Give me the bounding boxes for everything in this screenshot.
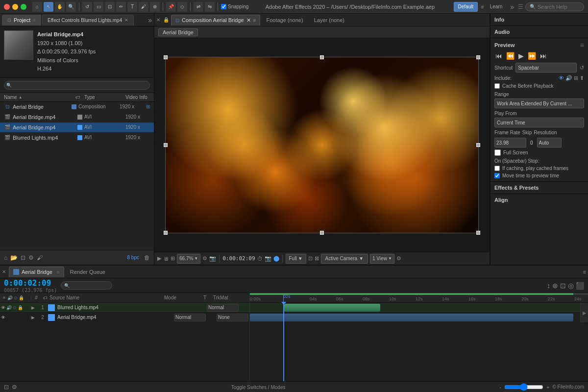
skip-to-start-button[interactable]: ⏮ (494, 52, 503, 60)
expand-icon[interactable]: ▶ (31, 315, 37, 320)
tab-timeline-comp[interactable]: Aerial Bridge ≡ (9, 267, 64, 277)
tl-zoom-out-icon[interactable]: - (499, 384, 501, 390)
close-button[interactable] (4, 4, 10, 10)
frame-forward-button[interactable]: ⏩ (527, 52, 537, 60)
audio-button[interactable]: 🔊 (6, 305, 12, 310)
breadcrumb-item[interactable]: Aerial Bridge (158, 28, 198, 36)
project-search-input[interactable] (4, 81, 150, 90)
handle-mid-bottom[interactable] (320, 231, 324, 235)
tl-compose-icon[interactable]: ⊡ (4, 384, 9, 391)
pin-tool-icon[interactable]: 📌 (166, 2, 176, 12)
lock-button[interactable]: 🔒 (18, 305, 23, 310)
clip-1[interactable] (284, 304, 380, 312)
cache-frames-checkbox[interactable] (494, 166, 500, 171)
shape-tool-icon[interactable]: ▭ (94, 2, 103, 12)
color-picker-icon[interactable]: ⬤ (273, 255, 279, 262)
camera-rotate-icon[interactable]: ↺ (82, 2, 92, 12)
motion-blur-icon[interactable]: ⊠ (315, 255, 319, 262)
col-label-icon[interactable]: 🏷 (75, 95, 80, 100)
project-menu-icon[interactable]: ≡ (33, 18, 36, 23)
zoom-button[interactable]: 66.7% ▼ (177, 254, 200, 264)
list-item[interactable]: 🎬 Aerial Bridge.mp4 AVI 1920 x (0, 122, 154, 133)
resolution-select[interactable]: Auto (537, 138, 562, 147)
layer-mode-select[interactable]: Normal (174, 314, 206, 321)
select-tool-icon[interactable]: ↖ (44, 2, 53, 12)
grid-icon[interactable]: ⊞ (171, 255, 175, 262)
puppet-tool-icon[interactable]: ⊕ (150, 2, 160, 12)
shortcut-select[interactable]: Spacebar (515, 63, 577, 73)
preview-title[interactable]: Audio Preview ≡ (494, 41, 584, 49)
panel-expand-icon[interactable]: » (148, 16, 152, 24)
active-camera-button[interactable]: Active Camera ▼ (321, 254, 368, 264)
skip-to-end-button[interactable]: ⏭ (539, 52, 548, 60)
solo-button[interactable]: ⊙ (13, 305, 17, 310)
expand-icon[interactable]: ▶ (31, 305, 37, 310)
handle-bottom-left[interactable] (164, 231, 168, 235)
close-icon[interactable]: ✕ (124, 18, 128, 23)
timeline-zoom-slider[interactable] (504, 385, 543, 389)
list-item[interactable]: 🎬 Blurred Lights.mp4 AVI 1920 x (0, 133, 154, 143)
panel-menu-icon[interactable]: ☰ (518, 3, 523, 10)
audio-title[interactable]: Audio (494, 29, 584, 35)
timeline-search-input[interactable] (70, 283, 109, 288)
fullscreen-checkbox[interactable] (494, 149, 501, 156)
handle-top-right[interactable] (476, 55, 480, 59)
flow-icon[interactable]: ⇌ (194, 2, 203, 12)
list-item[interactable]: 🎬 Aerial Bridge.mp4 AVI 1920 x (0, 112, 154, 122)
tl-settings-icon[interactable]: ⚙ (12, 384, 17, 391)
framerate-select[interactable]: 23.98 (494, 138, 526, 147)
minimize-button[interactable] (12, 4, 18, 10)
close-icon[interactable]: ✕ (246, 17, 251, 24)
pen-tool-icon[interactable]: ✏ (116, 2, 126, 12)
range-select[interactable]: Work Area Extended By Current ... (494, 98, 584, 108)
close-icon[interactable]: ✕ (156, 17, 160, 23)
hand-tool-icon[interactable]: ✋ (55, 2, 65, 12)
export-include-icon[interactable]: ⬆ (580, 75, 584, 81)
tab-layer[interactable]: Layer (none) (309, 17, 349, 23)
brush-tool-icon[interactable]: 🖌 (139, 2, 148, 12)
overlay-include-icon[interactable]: ⊞ (574, 75, 578, 81)
preview-menu-icon[interactable]: ≡ (580, 41, 584, 49)
tab-project[interactable]: ⊡ Project ≡ (2, 15, 41, 25)
new-folder-icon[interactable]: ⌂ (4, 254, 7, 261)
reset-icon[interactable]: ↺ (580, 65, 584, 71)
home-icon[interactable]: ⌂ (32, 2, 42, 12)
graph-editor-icon[interactable]: ◎ (568, 282, 574, 290)
brush-icon[interactable]: 🖌 (37, 254, 43, 261)
close-icon[interactable]: ✕ (2, 269, 6, 274)
resolution-button[interactable]: Full ▼ (286, 254, 306, 264)
handle-mid-right[interactable] (476, 143, 480, 147)
zoom-tool-icon[interactable]: 🔍 (66, 2, 76, 12)
viewer-options-icon[interactable]: ⚙ (202, 255, 207, 262)
info-title[interactable]: Info (494, 17, 584, 23)
shape2-icon[interactable]: ◇ (177, 2, 187, 12)
maximize-button[interactable] (21, 4, 26, 10)
play-from-select[interactable]: Current Time (494, 118, 584, 127)
frame-blending-icon[interactable]: ⊕ (552, 282, 558, 290)
cache-checkbox[interactable] (494, 83, 500, 89)
motion-blur-tl-icon[interactable]: ⊡ (560, 282, 566, 290)
align-title[interactable]: Align (494, 197, 584, 203)
video-include-icon[interactable]: 👁 (559, 75, 564, 81)
effects-presets-title[interactable]: Effects & Presets (494, 185, 584, 191)
play-button[interactable]: ▶ (517, 52, 525, 60)
eye-button[interactable]: 👁 (1, 315, 5, 320)
play-icon[interactable]: ▶ (157, 255, 161, 262)
monitor-icon[interactable]: 🖥 (163, 256, 169, 262)
delete-icon[interactable]: 🗑 (144, 254, 150, 261)
search-input[interactable] (538, 4, 582, 10)
new-item-icon[interactable]: 📂 (10, 254, 18, 261)
tab-composition[interactable]: ⊡ Composition Aerial Bridge ✕ ≡ (171, 15, 260, 25)
settings-icon[interactable]: ⚙ (28, 254, 34, 261)
workspace-options[interactable]: ≡ (481, 4, 484, 10)
tab-footage[interactable]: Footage (none) (261, 17, 308, 23)
learn-button[interactable]: Learn (486, 2, 507, 12)
audio-include-icon[interactable]: 🔊 (565, 75, 572, 81)
expand-track-area[interactable]: ▶ (580, 303, 588, 322)
timeline-menu-icon[interactable]: ≡ (583, 269, 586, 275)
snapping-checkbox[interactable]: Snapping (221, 4, 248, 9)
handle-bottom-right[interactable] (476, 231, 480, 235)
handle-top-left[interactable] (164, 55, 168, 59)
viewer-lock-icon[interactable]: ⚙ (396, 255, 401, 262)
handle-mid-left[interactable] (164, 143, 168, 147)
